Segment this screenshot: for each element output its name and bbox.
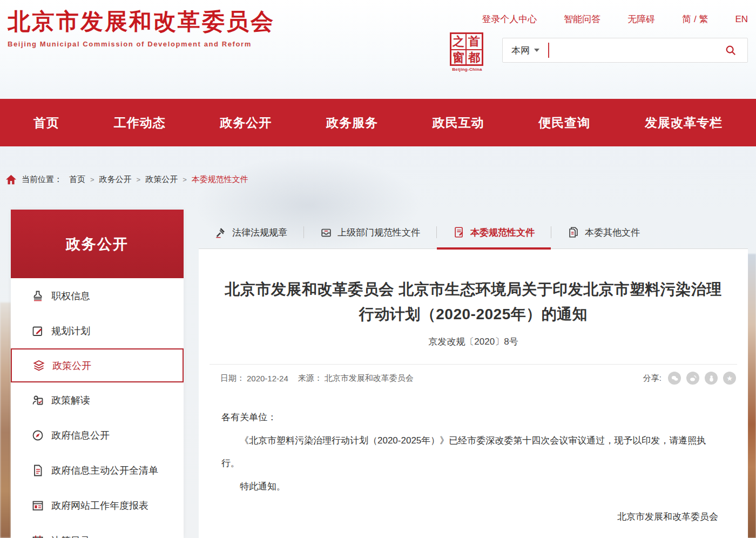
document-number: 京发改规〔2020〕8号 — [199, 335, 748, 348]
accessibility-link[interactable]: 无障碍 — [627, 13, 655, 25]
document-icon — [31, 464, 44, 477]
english-link[interactable]: EN — [735, 14, 748, 25]
simplified-traditional-link[interactable]: 简 / 繁 — [682, 13, 708, 25]
nav-item-public-interaction[interactable]: 政民互动 — [433, 115, 484, 131]
breadcrumb-separator: > — [183, 176, 187, 184]
capital-window-seal-logo[interactable]: 之 首 窗 都 Beijing-China — [450, 32, 484, 72]
utility-links: 登录个人中心 智能问答 无障碍 简 / 繁 EN — [482, 13, 748, 25]
site-title: 北京市发展和改革委员会 — [8, 9, 275, 35]
breadcrumb: 当前位置： 首页 > 政务公开 > 政策公开 > 本委规范性文件 — [5, 170, 248, 189]
tab-superior-normative-docs[interactable]: 上级部门规范性文件 — [304, 216, 436, 248]
sidebar-item-label: 政策公开 — [52, 359, 91, 372]
article-signature: 北京市发展和改革委员会 — [221, 506, 718, 529]
sidebar: 政务公开 职权信息 规划计划 政策公开 — [11, 210, 184, 538]
doc-copy-icon — [568, 226, 579, 238]
tab-label: 法律法规规章 — [232, 226, 287, 239]
sidebar-title-text: 政务公开 — [66, 234, 129, 254]
site-search: 本网 — [502, 38, 748, 63]
sidebar-title: 政务公开 — [11, 210, 184, 278]
tab-commission-normative-docs[interactable]: 本委规范性文件 — [437, 216, 551, 248]
sidebar-item-label: 政策解读 — [51, 394, 90, 407]
breadcrumb-policy-disclosure[interactable]: 政策公开 — [145, 174, 178, 185]
sidebar-menu: 职权信息 规划计划 政策公开 政策解读 — [11, 278, 184, 538]
share-toolbar: 分享: ★ — [643, 372, 736, 385]
person-check-icon — [31, 394, 44, 407]
site-header: 北京市发展和改革委员会 Beijing Municipal Commission… — [0, 0, 756, 99]
doc-edit-icon — [453, 226, 465, 238]
sidebar-item-authority-info[interactable]: 职权信息 — [11, 278, 184, 313]
source-label: 来源： — [298, 373, 322, 384]
background-photo-right-edge — [747, 254, 756, 538]
sidebar-item-policy-interpretation[interactable]: 政策解读 — [11, 382, 184, 418]
search-scope-value: 本网 — [511, 44, 530, 57]
nav-item-gov-services[interactable]: 政务服务 — [326, 115, 378, 131]
tab-label: 本委规范性文件 — [470, 226, 535, 239]
tab-label: 上级部门规范性文件 — [338, 226, 420, 239]
sidebar-item-label: 职权信息 — [51, 290, 90, 302]
nav-item-reform-column[interactable]: 发展改革专栏 — [645, 115, 723, 131]
sidebar-item-decision-directory[interactable]: 决策目录 — [11, 523, 184, 538]
article-body: 各有关单位： 《北京市塑料污染治理行动计划（2020-2025年）》已经市委深改… — [199, 385, 748, 529]
breadcrumb-current: 本委规范性文件 — [192, 174, 248, 185]
search-scope-dropdown[interactable]: 本网 — [511, 44, 539, 57]
seal-caption: Beijing-China — [450, 67, 484, 72]
breadcrumb-home[interactable]: 首页 — [69, 174, 85, 185]
favorite-icon[interactable]: ★ — [723, 372, 736, 385]
layers-icon — [32, 359, 45, 372]
gavel-icon — [215, 226, 227, 238]
nav-item-convenient-inquiry[interactable]: 便民查询 — [538, 115, 590, 131]
seal-characters: 之 首 窗 都 — [450, 32, 483, 66]
sidebar-item-policy-disclosure[interactable]: 政策公开 — [11, 348, 184, 382]
nav-item-home[interactable]: 首页 — [33, 115, 59, 131]
compass-icon — [31, 429, 44, 442]
site-logo[interactable]: 北京市发展和改革委员会 Beijing Municipal Commission… — [8, 9, 275, 48]
breadcrumb-gov-disclosure[interactable]: 政务公开 — [99, 174, 132, 185]
report-icon — [31, 499, 44, 512]
primary-nav: 首页 工作动态 政务公开 政务服务 政民互动 便民查询 发展改革专栏 — [0, 99, 756, 146]
date-label: 日期： — [220, 373, 245, 384]
meta-divider — [210, 364, 737, 365]
calendar-icon — [31, 534, 44, 538]
search-input[interactable] — [549, 39, 723, 61]
article-title: 北京市发展和改革委员会 北京市生态环境局关于印发北京市塑料污染治理行动计划（20… — [199, 249, 748, 327]
site-subtitle: Beijing Municipal Commission of Developm… — [8, 40, 275, 48]
breadcrumb-label: 当前位置： — [22, 174, 62, 185]
article-paragraph: 特此通知。 — [221, 475, 718, 499]
main-content: 法律法规规章 上级部门规范性文件 本委规范性文件 — [199, 216, 748, 538]
seal-char: 之 — [451, 34, 467, 50]
document-category-tabs: 法律法规规章 上级部门规范性文件 本委规范性文件 — [199, 216, 748, 249]
smart-qa-link[interactable]: 智能问答 — [564, 13, 600, 25]
wechat-icon[interactable] — [668, 372, 681, 385]
qq-icon[interactable] — [705, 372, 718, 385]
inbox-icon — [320, 226, 332, 238]
sidebar-item-label: 政府信息主动公开全清单 — [51, 464, 158, 477]
seal-char: 都 — [467, 50, 482, 65]
article-panel: 北京市发展和改革委员会 北京市生态环境局关于印发北京市塑料污染治理行动计划（20… — [199, 249, 748, 538]
tab-label: 本委其他文件 — [585, 226, 640, 239]
tab-commission-other-docs[interactable]: 本委其他文件 — [551, 216, 656, 248]
nav-item-work-dynamics[interactable]: 工作动态 — [114, 115, 166, 131]
breadcrumb-separator: > — [90, 176, 94, 184]
sidebar-item-label: 政府网站工作年度报表 — [51, 499, 148, 512]
sidebar-item-proactive-disclosure-list[interactable]: 政府信息主动公开全清单 — [11, 453, 184, 488]
sidebar-item-label: 政府信息公开 — [51, 429, 110, 442]
article-meta: 日期：2020-12-24 来源：北京市发展和改革委员会 分享: ★ — [199, 372, 748, 385]
nav-item-gov-disclosure[interactable]: 政务公开 — [220, 115, 272, 131]
login-personal-center-link[interactable]: 登录个人中心 — [482, 13, 537, 25]
article-source: 北京市发展和改革委员会 — [325, 373, 414, 384]
search-icon[interactable] — [723, 42, 739, 58]
article-date: 2020-12-24 — [247, 374, 288, 383]
seal-char: 首 — [467, 34, 482, 50]
sidebar-item-gov-info-disclosure[interactable]: 政府信息公开 — [11, 418, 184, 453]
tab-laws-regulations[interactable]: 法律法规规章 — [199, 216, 303, 248]
chevron-down-icon — [534, 49, 539, 52]
breadcrumb-separator: > — [137, 176, 141, 184]
home-icon[interactable] — [5, 174, 17, 185]
article-salutation: 各有关单位： — [221, 406, 718, 429]
article-paragraph: 《北京市塑料污染治理行动计划（2020-2025年）》已经市委深改委第十四次会议… — [221, 429, 718, 475]
weibo-icon[interactable] — [686, 372, 699, 385]
sidebar-item-planning[interactable]: 规划计划 — [11, 313, 184, 348]
edit-icon — [31, 325, 44, 338]
sidebar-item-annual-website-report[interactable]: 政府网站工作年度报表 — [11, 488, 184, 523]
background-photo-left-edge — [0, 302, 11, 538]
